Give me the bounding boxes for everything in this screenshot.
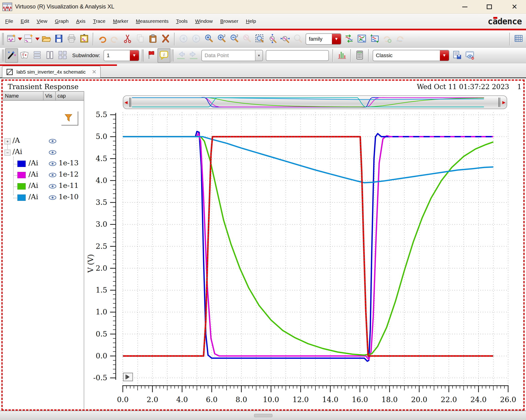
paste-button[interactable] xyxy=(147,32,159,46)
style-combo[interactable]: Classic▼ xyxy=(373,50,449,61)
copy-button[interactable] xyxy=(134,32,147,46)
overview-left-grip[interactable] xyxy=(129,98,132,107)
exchange-traces-button[interactable] xyxy=(355,32,368,46)
next-view-button[interactable] xyxy=(190,32,202,46)
combo-value: Data Point xyxy=(202,52,255,59)
trace-color-chip[interactable] xyxy=(17,183,26,190)
close-button[interactable]: ✕ xyxy=(510,2,519,11)
send-traces-button[interactable] xyxy=(368,32,381,46)
legend-filter-button[interactable] xyxy=(62,112,75,124)
zoom-in-button[interactable] xyxy=(202,32,215,46)
trace-color-chip[interactable] xyxy=(17,172,26,178)
replay-button[interactable] xyxy=(123,373,133,381)
info-balloon-button[interactable]: i xyxy=(157,48,171,63)
rows-layout-button[interactable] xyxy=(31,49,43,62)
menu-file[interactable]: File xyxy=(1,18,17,24)
toolbar-grip[interactable] xyxy=(2,49,4,62)
table-grid-button[interactable] xyxy=(512,32,525,46)
toolbar-grip[interactable] xyxy=(172,49,173,62)
minimize-button[interactable] xyxy=(460,2,470,11)
tab-sim-inverter-4x[interactable]: lab5 sim_inverter_4x schematic ✕ xyxy=(2,66,101,78)
graph-panel[interactable]: Transient Response Wed Oct 11 01:37:22 2… xyxy=(1,80,525,410)
legend-signal-name: /Ai xyxy=(29,181,38,190)
menu-axis[interactable]: Axis xyxy=(72,18,89,24)
refresh-add-button[interactable] xyxy=(381,32,394,46)
next-point-button[interactable] xyxy=(187,49,200,62)
visibility-eye-icon[interactable] xyxy=(49,173,56,178)
zoom-fit-button[interactable] xyxy=(253,32,266,46)
open-folder-button[interactable] xyxy=(40,32,52,46)
menu-view[interactable]: View xyxy=(33,18,51,24)
combo-dropdown-icon[interactable]: ▼ xyxy=(255,50,263,61)
combo-dropdown-icon[interactable]: ▼ xyxy=(130,50,139,61)
columns-layout-button[interactable] xyxy=(43,49,56,62)
menu-help[interactable]: Help xyxy=(242,18,260,24)
undo-button[interactable] xyxy=(96,32,109,46)
pan-button[interactable] xyxy=(292,32,304,46)
transient-response-plot[interactable]: 5.55.04.54.03.53.02.52.01.51.00.50.0-0.5… xyxy=(85,110,520,408)
collapse-icon[interactable]: − xyxy=(4,150,10,156)
hide-window-button[interactable] xyxy=(464,49,476,62)
snapshot-button[interactable] xyxy=(78,32,91,46)
subwindow-combo[interactable]: 1▼ xyxy=(103,50,139,61)
new-subwindow-dropdown-icon[interactable] xyxy=(35,32,40,46)
combo-dropdown-icon[interactable]: ▼ xyxy=(332,34,341,44)
visibility-eye-icon[interactable] xyxy=(49,195,56,200)
overview-right-arrow-icon[interactable]: ▶ xyxy=(501,100,507,105)
family-combo[interactable]: family▼ xyxy=(306,33,341,45)
calculator-button[interactable] xyxy=(353,49,366,62)
visibility-eye-icon[interactable] xyxy=(49,150,56,155)
toolbar-grip[interactable] xyxy=(2,33,4,45)
new-window-dropdown-icon[interactable] xyxy=(18,32,22,46)
print-button[interactable] xyxy=(65,32,78,46)
grid-layout-button[interactable] xyxy=(56,49,69,62)
statusbar-handle[interactable] xyxy=(254,414,273,417)
delete-button[interactable] xyxy=(159,32,172,46)
overview-mini-plot[interactable] xyxy=(132,96,498,108)
menu-trace[interactable]: Trace xyxy=(89,18,109,24)
menu-edit[interactable]: Edit xyxy=(17,18,33,24)
zoom-out-x2-button[interactable]: 2 xyxy=(228,32,241,46)
tab-close-icon[interactable]: ✕ xyxy=(92,69,96,75)
visibility-eye-icon[interactable] xyxy=(49,139,56,144)
visibility-eye-icon[interactable] xyxy=(49,161,56,166)
toolbar-grip[interactable] xyxy=(142,49,143,62)
overview-right-grip[interactable] xyxy=(498,98,501,107)
menu-marker[interactable]: Marker xyxy=(109,18,132,24)
legend-group-row[interactable]: +/A xyxy=(3,136,84,147)
magic-wand-button[interactable] xyxy=(5,48,18,63)
menu-graph[interactable]: Graph xyxy=(51,18,72,24)
datapoint-combo[interactable]: Data Point▼ xyxy=(201,50,263,61)
menu-window[interactable]: Window xyxy=(191,18,216,24)
visibility-eye-icon[interactable] xyxy=(49,184,56,189)
toolbar-text-input[interactable] xyxy=(266,50,329,61)
new-window-button[interactable] xyxy=(5,32,18,46)
new-subwindow-button[interactable] xyxy=(22,32,35,46)
previous-point-button[interactable] xyxy=(174,49,187,62)
legend-group-row[interactable]: −/Ai xyxy=(3,147,84,158)
zoom-in-x2-button[interactable]: 2 xyxy=(215,32,228,46)
histogram-button[interactable] xyxy=(335,49,348,62)
overview-left-arrow-icon[interactable]: ◀ xyxy=(123,100,129,105)
redo-button[interactable] xyxy=(109,32,121,46)
refresh-redo-button[interactable] xyxy=(394,32,406,46)
overview-scrollbar[interactable]: ◀ ▶ xyxy=(123,95,507,109)
cut-button[interactable] xyxy=(121,32,134,46)
trace-color-chip[interactable] xyxy=(17,194,26,201)
cards-button[interactable] xyxy=(18,49,31,62)
zoom-y-button[interactable] xyxy=(279,32,292,46)
zoom-x-button[interactable] xyxy=(266,32,279,46)
menu-tools[interactable]: Tools xyxy=(172,18,191,24)
report-save-button[interactable] xyxy=(451,49,464,62)
combo-dropdown-icon[interactable]: ▼ xyxy=(440,50,449,61)
trace-color-chip[interactable] xyxy=(17,161,26,167)
flag-button[interactable] xyxy=(145,49,157,62)
swap-traces-button[interactable] xyxy=(343,32,355,46)
zoom-waveform-button[interactable] xyxy=(241,32,253,46)
maximize-button[interactable] xyxy=(484,2,494,11)
expand-icon[interactable]: + xyxy=(4,138,10,144)
save-button[interactable] xyxy=(52,32,65,46)
previous-view-button[interactable] xyxy=(177,32,190,46)
menu-browser[interactable]: Browser xyxy=(216,18,242,24)
menu-measurements[interactable]: Measurements xyxy=(132,18,172,24)
